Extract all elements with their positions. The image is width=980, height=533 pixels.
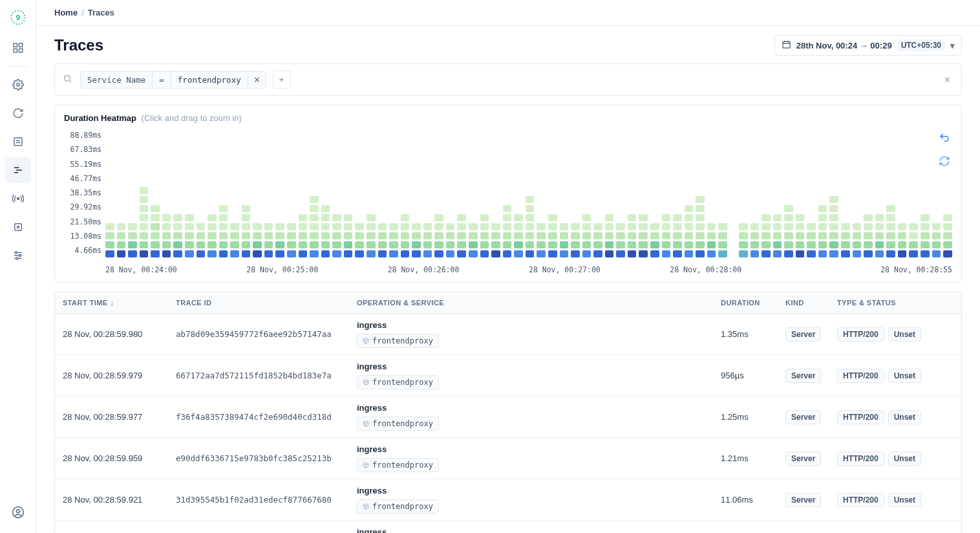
svg-rect-2 [14,43,17,47]
svg-rect-3 [19,43,22,47]
nav-gear-icon[interactable] [5,72,31,98]
service-badge: frontendproxy [357,334,439,348]
nav-document-icon[interactable] [5,129,31,155]
cell-type-status: HTTP/200Unset [837,369,953,383]
nav-broadcast-icon[interactable] [5,186,31,212]
nav-dashboards-icon[interactable] [5,35,31,61]
heatmap-y-axis: 88.89ms67.83ms55.19ms46.77ms38.35ms29.92… [60,128,105,257]
heatmap-grid[interactable] [105,128,952,257]
table-row[interactable]: 28 Nov, 00:28:59.921 31d395545b1f02ad31e… [55,479,961,521]
svg-point-6 [16,83,19,87]
filter-op: = [153,72,171,88]
svg-point-20 [19,255,21,257]
service-badge: frontendproxy [357,499,439,514]
nav-traces-icon[interactable] [5,157,31,183]
svg-point-23 [16,510,19,513]
cell-operation: ingress frontendproxy [357,486,721,514]
timezone-badge: UTC+05:30 [897,39,945,51]
nav-user-icon[interactable] [5,499,31,525]
traces-table: START TIME↓ TRACE ID OPERATION & SERVICE… [54,292,962,533]
cell-operation: ingress frontendproxy [357,444,721,472]
cell-trace-id: 667172aa7d572115fd1852b4bd183e7a [176,371,357,380]
breadcrumb-current: Traces [88,8,114,17]
th-type-status[interactable]: TYPE & STATUS [837,299,953,307]
svg-rect-24 [783,41,790,48]
cell-type-status: HTTP/200Unset [837,493,953,507]
svg-text:9: 9 [16,14,19,21]
cell-kind: Server [785,329,837,339]
app-logo[interactable]: 9 [8,8,28,27]
svg-rect-7 [14,138,22,146]
cell-start-time: 28 Nov, 00:28:59.921 [63,495,176,505]
cell-duration: 1.25ms [721,412,785,422]
filter-key: Service Name [81,72,153,88]
heatmap-title: Duration Heatmap [64,113,136,123]
th-start-time[interactable]: START TIME↓ [63,299,176,307]
cell-duration: 956µs [721,371,785,380]
svg-line-29 [69,81,71,83]
th-kind[interactable]: KIND [785,299,837,307]
nav-refresh-icon[interactable] [5,100,31,126]
chart-refresh-icon[interactable] [935,152,953,170]
th-duration[interactable]: DURATION [721,299,785,307]
cell-kind: Server [785,495,837,505]
cell-kind: Server [785,453,837,463]
filter-remove-button[interactable]: ✕ [248,72,266,88]
cell-kind: Server [785,371,837,380]
cell-start-time: 28 Nov, 00:28:59.977 [63,412,176,422]
cube-icon [363,420,369,427]
calendar-icon [782,39,791,51]
cube-icon [363,379,369,386]
heatmap-hint: (Click and drag to zoom in) [142,113,242,123]
cell-type-status: HTTP/200Unset [837,451,953,466]
page-title: Traces [54,36,103,54]
table-row[interactable]: 28 Nov, 00:28:59.342 cf15383bbddfa436976… [55,521,961,533]
nav-sliders-icon[interactable] [5,243,31,268]
add-filter-button[interactable]: ＋ [273,71,291,89]
svg-rect-4 [14,49,17,52]
chevron-down-icon: ▾ [950,41,955,50]
table-row[interactable]: 28 Nov, 00:28:59.959 e90ddf6336715e9783b… [55,438,961,479]
svg-point-13 [17,198,19,200]
cell-start-time: 28 Nov, 00:28:59.979 [63,371,176,380]
chart-undo-icon[interactable] [935,129,953,147]
time-range-label: 28th Nov, 00:24 → 00:29 [796,41,892,50]
svg-point-15 [17,226,19,228]
table-row[interactable]: 28 Nov, 00:28:59.977 f36f4a8357389474cf2… [55,397,961,438]
cube-icon [363,503,369,510]
app-sidebar: 9 [0,0,36,533]
sort-descending-icon: ↓ [111,299,114,307]
svg-point-21 [16,257,18,259]
cube-icon [363,338,369,344]
cell-start-time: 28 Nov, 00:28:59.959 [63,453,176,463]
cell-type-status: HTTP/200Unset [837,410,953,424]
heatmap-x-axis: 28 Nov, 00:24:0028 Nov, 00:25:0028 Nov, … [55,263,961,282]
heatmap-panel: Duration Heatmap (Click and drag to zoom… [54,105,962,283]
service-badge: frontendproxy [357,458,439,472]
filter-chip[interactable]: Service Name = frontendproxy ✕ [80,71,266,89]
table-row[interactable]: 28 Nov, 00:28:59.980 ab78d09e359459772f6… [55,314,961,355]
table-row[interactable]: 28 Nov, 00:28:59.979 667172aa7d572115fd1… [55,355,961,397]
breadcrumb-home[interactable]: Home [54,8,78,17]
clear-filters-button[interactable]: ✕ [941,72,953,87]
filter-bar: Service Name = frontendproxy ✕ ＋ ✕ [54,63,962,96]
cell-trace-id: ab78d09e359459772f6aee92b57147aa [176,329,357,339]
svg-point-28 [65,76,70,82]
time-range-picker[interactable]: 28th Nov, 00:24 → 00:29 UTC+05:30 ▾ [774,35,962,56]
nav-target-icon[interactable] [5,214,31,240]
breadcrumb: Home / Traces [36,0,980,26]
cell-operation: ingress frontendproxy [357,320,721,348]
cell-duration: 1.35ms [721,329,785,339]
cell-type-status: HTTP/200Unset [837,327,953,342]
svg-rect-5 [19,49,22,52]
cell-duration: 1.21ms [721,453,785,463]
service-badge: frontendproxy [357,417,439,431]
th-operation[interactable]: OPERATION & SERVICE [357,299,721,307]
search-icon [63,72,74,87]
svg-rect-14 [14,224,21,231]
cell-kind: Server [785,412,837,422]
th-trace-id[interactable]: TRACE ID [176,299,357,307]
cell-operation: ingress frontendproxy [357,527,721,533]
cell-operation: ingress frontendproxy [357,362,721,389]
cube-icon [363,462,369,468]
